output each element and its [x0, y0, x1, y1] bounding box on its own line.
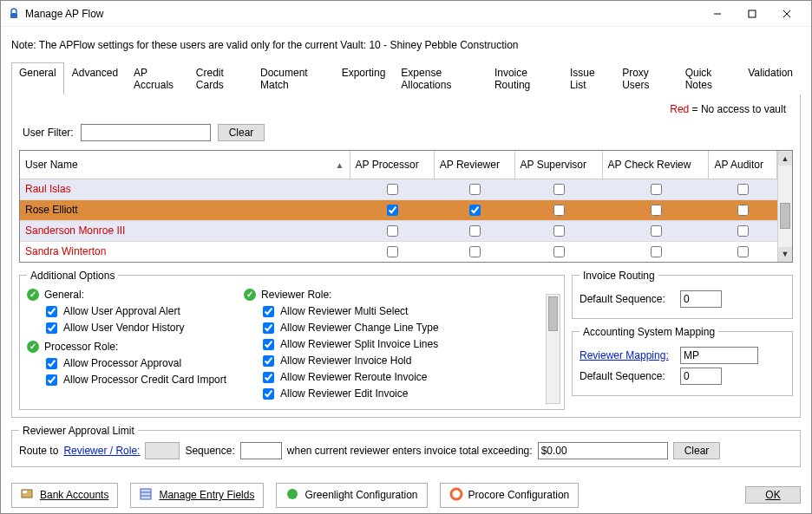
scroll-thumb[interactable] — [780, 203, 790, 229]
option-checkbox[interactable] — [46, 374, 57, 386]
maximize-button[interactable] — [735, 1, 769, 27]
reviewer-mapping-link[interactable]: Reviewer Mapping: — [580, 349, 675, 361]
cell-check — [350, 220, 434, 241]
tab-expense-allocations[interactable]: Expense Allocations — [393, 62, 487, 94]
minimize-button[interactable] — [700, 1, 735, 27]
option-checkbox[interactable] — [46, 322, 57, 334]
ir-seq-input[interactable] — [680, 290, 722, 308]
greenlight-config-button[interactable]: Greenlight Configuration — [276, 483, 427, 508]
tab-document-match[interactable]: Document Match — [252, 62, 334, 94]
option-row: Allow Reviewer Invoice Hold — [259, 353, 439, 369]
manage-entry-fields-button[interactable]: Manage Entry Fields — [130, 483, 264, 508]
role-checkbox[interactable] — [553, 205, 565, 216]
option-checkbox[interactable] — [263, 339, 274, 350]
addopts-vscrollbar[interactable] — [546, 294, 560, 404]
ok-button[interactable]: OK — [745, 486, 801, 504]
option-checkbox[interactable] — [263, 355, 274, 367]
role-checkbox[interactable] — [737, 184, 749, 195]
cell-check — [709, 241, 777, 262]
role-checkbox[interactable] — [387, 184, 398, 195]
option-row: Allow User Approval Alert — [43, 303, 226, 320]
role-checkbox[interactable] — [387, 246, 398, 257]
option-label: Allow Reviewer Multi Select — [280, 305, 408, 317]
role-checkbox[interactable] — [737, 246, 749, 257]
close-button[interactable] — [769, 1, 804, 27]
note-text: Note: The APFlow settings for these user… — [11, 39, 801, 51]
role-checkbox[interactable] — [387, 225, 398, 237]
table-row[interactable]: Rose Elliott — [20, 199, 777, 220]
role-checkbox[interactable] — [387, 205, 398, 216]
option-checkbox[interactable] — [263, 372, 274, 383]
option-checkbox[interactable] — [46, 358, 57, 369]
col-user-name[interactable]: User Name▲ — [20, 151, 350, 179]
reviewer-mapping-input[interactable] — [680, 347, 758, 364]
option-label: Allow Reviewer Split Invoice Lines — [280, 338, 438, 350]
user-filter-input[interactable] — [81, 124, 211, 141]
option-checkbox[interactable] — [263, 306, 274, 317]
ral-amount-input[interactable] — [538, 442, 668, 459]
users-table: User Name▲AP ProcessorAP ReviewerAP Supe… — [20, 151, 777, 262]
col-ap-auditor[interactable]: AP Auditor — [709, 151, 777, 179]
cell-check — [514, 199, 602, 220]
tab-panel-general: Red = No access to vault User Filter: Cl… — [11, 94, 801, 418]
role-checkbox[interactable] — [737, 205, 749, 216]
role-checkbox[interactable] — [553, 246, 565, 257]
col-ap-processor[interactable]: AP Processor — [350, 151, 434, 179]
cell-check — [602, 220, 709, 241]
role-checkbox[interactable] — [469, 205, 481, 216]
ral-when-text: when current reviewer enters invoice tot… — [287, 445, 533, 457]
role-checkbox[interactable] — [469, 225, 481, 237]
option-checkbox[interactable] — [263, 388, 274, 400]
addopts-scroll-thumb[interactable] — [548, 296, 558, 331]
processor-heading: ✓Processor Role: — [27, 341, 226, 353]
tab-issue-list[interactable]: Issue List — [562, 62, 614, 94]
window-title: Manage AP Flow — [25, 8, 700, 20]
ral-clear-button[interactable]: Clear — [673, 442, 721, 459]
tab-advanced[interactable]: Advanced — [64, 62, 126, 94]
col-ap-supervisor[interactable]: AP Supervisor — [514, 151, 602, 179]
role-checkbox[interactable] — [469, 184, 481, 195]
procore-config-button[interactable]: Procore Configuration — [440, 483, 580, 508]
cell-check — [434, 199, 514, 220]
ral-role-link[interactable]: Reviewer / Role: — [63, 445, 140, 457]
scroll-up-arrow[interactable]: ▲ — [778, 151, 792, 166]
app-lock-icon — [8, 8, 20, 20]
option-checkbox[interactable] — [263, 322, 274, 334]
role-checkbox[interactable] — [651, 184, 662, 195]
table-row[interactable]: Sanderson Monroe III — [20, 220, 777, 241]
ral-seq-input[interactable] — [240, 442, 282, 459]
role-checkbox[interactable] — [553, 184, 565, 195]
tab-ap-accruals[interactable]: AP Accruals — [126, 62, 188, 94]
tab-credit-cards[interactable]: Credit Cards — [188, 62, 252, 94]
window: Manage AP Flow Note: The APFlow settings… — [0, 0, 812, 514]
role-checkbox[interactable] — [651, 246, 662, 257]
cell-check — [434, 241, 514, 262]
role-checkbox[interactable] — [469, 246, 481, 257]
user-filter-clear-button[interactable]: Clear — [218, 124, 265, 141]
role-checkbox[interactable] — [553, 225, 565, 237]
tab-general[interactable]: General — [11, 62, 64, 94]
tab-exporting[interactable]: Exporting — [334, 62, 394, 94]
role-checkbox[interactable] — [737, 225, 749, 237]
col-ap-check-review[interactable]: AP Check Review — [602, 151, 709, 179]
content-area: Note: The APFlow settings for these user… — [1, 27, 811, 476]
grid-vscrollbar[interactable]: ▲ ▼ — [777, 151, 792, 262]
table-row[interactable]: Raul Islas — [20, 179, 777, 199]
scroll-down-arrow[interactable]: ▼ — [778, 247, 792, 262]
ral-route-to: Route to — [19, 445, 58, 457]
role-checkbox[interactable] — [651, 225, 662, 237]
tab-quick-notes[interactable]: Quick Notes — [678, 62, 741, 94]
tab-invoice-routing[interactable]: Invoice Routing — [487, 62, 562, 94]
svg-rect-6 — [23, 491, 27, 493]
option-row: Allow Processor Credit Card Import — [43, 372, 226, 388]
col-ap-reviewer[interactable]: AP Reviewer — [434, 151, 514, 179]
cell-check — [434, 220, 514, 241]
am-seq-input[interactable] — [680, 368, 722, 385]
option-label: Allow Reviewer Invoice Hold — [280, 355, 411, 367]
option-checkbox[interactable] — [46, 306, 57, 317]
table-row[interactable]: Sandra Winterton — [20, 241, 777, 262]
tab-proxy-users[interactable]: Proxy Users — [614, 62, 677, 94]
bank-accounts-button[interactable]: Bank Accounts — [11, 483, 118, 508]
tab-validation[interactable]: Validation — [740, 62, 801, 94]
role-checkbox[interactable] — [651, 205, 662, 216]
